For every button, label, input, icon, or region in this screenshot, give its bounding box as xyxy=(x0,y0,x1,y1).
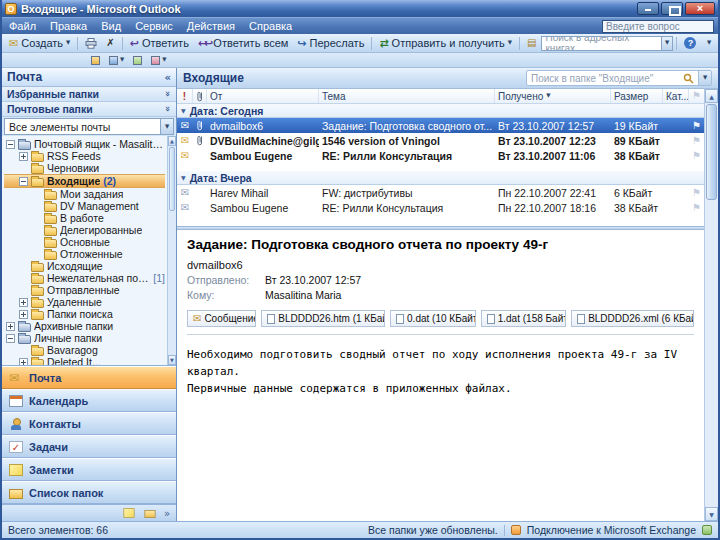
expand-icon[interactable] xyxy=(19,358,28,366)
folder-item-my-tasks[interactable]: Мои задания xyxy=(4,188,165,200)
print-button[interactable] xyxy=(81,35,101,52)
nav-button-folder-list[interactable]: Список папок xyxy=(2,481,176,504)
message-row[interactable]: dvmailbox6 Задание: Подготовка сводного … xyxy=(177,118,704,133)
folder-item-mailbox-root[interactable]: Почтовый ящик - Masalitina Mari... xyxy=(4,138,165,150)
column-importance[interactable]: ! xyxy=(177,89,193,103)
folder-item-bavaragog[interactable]: Bavaragog xyxy=(4,344,165,356)
outlook-app-icon[interactable] xyxy=(5,3,17,15)
delete-button[interactable] xyxy=(102,35,118,52)
favorites-section-header[interactable]: Избранные папки xyxy=(2,87,176,102)
flag-icon[interactable] xyxy=(692,136,701,146)
nav-button-tasks[interactable]: Задачи xyxy=(2,435,176,458)
configure-buttons-chevron[interactable] xyxy=(164,508,170,519)
flag-icon[interactable] xyxy=(692,188,701,198)
attachment-chip[interactable]: 1.dat (158 Байт) xyxy=(481,310,566,327)
toolbar2-button-3[interactable] xyxy=(130,54,145,67)
nav-button-contacts[interactable]: Контакты xyxy=(2,412,176,435)
menu-view[interactable]: Вид xyxy=(94,18,128,34)
message-row[interactable]: Sambou Eugene RE: Рилли Консультация Пн … xyxy=(177,200,704,215)
instant-search-field[interactable]: Поиск в папке "Входящие" xyxy=(526,70,712,86)
scroll-up-arrow[interactable]: ▲ xyxy=(168,136,176,146)
column-from[interactable]: От xyxy=(207,89,319,103)
new-mail-button[interactable]: Создать xyxy=(5,35,74,52)
attachment-chip[interactable]: BLDDDD26.xml (6 КБайт) xyxy=(571,310,694,327)
message-tab[interactable]: Сообщение xyxy=(187,310,256,327)
folder-item-outbox[interactable]: Исходящие xyxy=(4,260,165,272)
folder-item-personal-folders[interactable]: Личные папки xyxy=(4,332,165,344)
folder-item-in-progress[interactable]: В работе xyxy=(4,212,165,224)
folder-item-main[interactable]: Основные xyxy=(4,236,165,248)
folder-item-archive-folders[interactable]: Архивные папки xyxy=(4,320,165,332)
toolbar2-button-1[interactable] xyxy=(88,54,103,67)
folder-item-deferred[interactable]: Отложенные xyxy=(4,248,165,260)
message-row[interactable]: Sambou Eugene RE: Рилли Консультация Вт … xyxy=(177,148,704,163)
attachment-chip[interactable]: 0.dat (10 КБайт) xyxy=(390,310,476,327)
message-row[interactable]: DVBuildMachine@gilgde... 1546 version of… xyxy=(177,133,704,148)
scrollbar-track[interactable] xyxy=(705,201,718,507)
vertical-scrollbar[interactable]: ▲ ▼ xyxy=(704,89,718,521)
message-row[interactable]: Harev Mihail FW: дистрибутивы Пн 22.10.2… xyxy=(177,185,704,200)
folder-shortcut-icon[interactable] xyxy=(144,510,155,518)
scroll-down-arrow[interactable]: ▼ xyxy=(705,507,718,521)
nav-button-notes[interactable]: Заметки xyxy=(2,458,176,481)
scrollbar-thumb[interactable] xyxy=(706,104,717,200)
ask-question-field[interactable]: Введите вопрос xyxy=(602,20,714,33)
expand-icon[interactable] xyxy=(19,152,28,161)
attachment-chip[interactable]: BLDDDD26.htm (1 КБайт) xyxy=(261,310,385,327)
mail-folders-section-header[interactable]: Почтовые папки xyxy=(2,102,176,117)
toolbar-options-button[interactable] xyxy=(703,40,715,46)
expand-icon[interactable] xyxy=(19,310,28,319)
minimize-nav-pane-button[interactable] xyxy=(165,72,171,83)
menu-file[interactable]: Файл xyxy=(2,18,43,34)
folder-item-rss-feeds[interactable]: RSS Feeds xyxy=(4,150,165,162)
collapse-icon[interactable] xyxy=(6,140,15,149)
toolbar2-button-2[interactable] xyxy=(106,54,127,67)
flag-icon[interactable] xyxy=(692,151,701,161)
folder-item-junk[interactable]: Нежелательная почта [1] xyxy=(4,272,165,284)
reply-all-button[interactable]: Ответить всем xyxy=(194,35,292,52)
search-options-button[interactable] xyxy=(698,71,711,85)
nav-button-calendar[interactable]: Календарь xyxy=(2,389,176,412)
maximize-button[interactable] xyxy=(661,2,683,15)
folder-item-deleted[interactable]: Удаленные xyxy=(4,296,165,308)
scrollbar-thumb[interactable] xyxy=(169,147,175,211)
menu-edit[interactable]: Правка xyxy=(43,18,94,34)
reply-button[interactable]: Ответить xyxy=(126,35,193,52)
expand-icon[interactable] xyxy=(19,298,28,307)
folder-item-dv-management[interactable]: DV Management xyxy=(4,200,165,212)
flag-icon[interactable] xyxy=(692,121,701,131)
flag-icon[interactable] xyxy=(692,203,701,213)
minimize-button[interactable] xyxy=(637,2,659,15)
folder-item-sent[interactable]: Отправленные xyxy=(4,284,165,296)
address-search-dropdown-button[interactable] xyxy=(661,37,673,50)
send-receive-button[interactable]: Отправить и получить xyxy=(375,35,516,52)
connection-status[interactable]: Подключение к Microsoft Exchange xyxy=(527,524,696,536)
folder-item-delegated[interactable]: Делегированные xyxy=(4,224,165,236)
menu-help[interactable]: Справка xyxy=(242,18,299,34)
scroll-down-arrow[interactable]: ▼ xyxy=(168,355,176,365)
expand-icon[interactable] xyxy=(6,322,15,331)
column-attachment[interactable] xyxy=(193,89,207,103)
folder-item-deleted-items-pst[interactable]: Deleted It... xyxy=(4,356,165,365)
column-received[interactable]: Получено xyxy=(495,89,611,103)
group-header-today[interactable]: Дата: Сегодня xyxy=(177,104,704,118)
column-subject[interactable]: Тема xyxy=(319,89,495,103)
folder-item-search-folders[interactable]: Папки поиска xyxy=(4,308,165,320)
folder-item-drafts[interactable]: Черновики xyxy=(4,162,165,174)
all-mail-items-dropdown[interactable]: Все элементы почты xyxy=(4,118,174,135)
menu-actions[interactable]: Действия xyxy=(180,18,242,34)
folder-tree-scrollbar[interactable]: ▲ ▼ xyxy=(167,136,176,365)
column-flag[interactable] xyxy=(689,89,704,103)
menu-tools[interactable]: Сервис xyxy=(128,18,180,34)
column-size[interactable]: Размер xyxy=(611,89,663,103)
scroll-up-arrow[interactable]: ▲ xyxy=(705,89,718,103)
scrollbar-track[interactable] xyxy=(168,212,176,355)
close-button[interactable] xyxy=(685,2,715,15)
column-category[interactable]: Кат... xyxy=(663,89,689,103)
folder-item-inbox[interactable]: Входящие (2) xyxy=(4,174,165,188)
collapse-icon[interactable] xyxy=(6,334,15,343)
dropdown-button[interactable] xyxy=(160,119,173,134)
address-search-field[interactable]: Поиск в адресных книгах xyxy=(541,36,673,51)
collapse-icon[interactable] xyxy=(19,177,28,186)
toolbar2-button-4[interactable] xyxy=(148,54,169,67)
